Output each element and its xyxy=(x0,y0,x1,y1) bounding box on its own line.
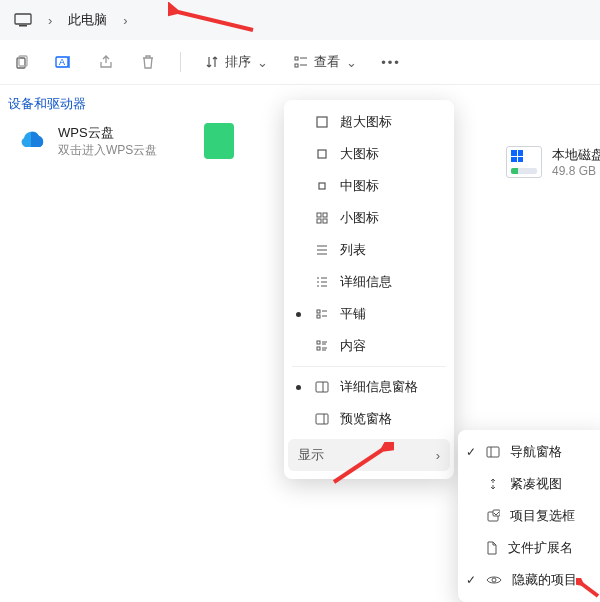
view-content[interactable]: 内容 xyxy=(284,330,454,362)
svg-rect-13 xyxy=(319,183,325,189)
preview-pane[interactable]: 预览窗格 xyxy=(284,403,454,435)
sort-dropdown[interactable]: 排序 ⌄ xyxy=(199,49,274,75)
large-icon xyxy=(314,147,330,161)
separator xyxy=(180,52,181,72)
small-icon xyxy=(314,211,330,225)
svg-rect-8 xyxy=(295,64,298,67)
content-icon xyxy=(314,339,330,353)
svg-rect-27 xyxy=(317,310,320,313)
copy-icon[interactable] xyxy=(8,48,36,76)
svg-rect-29 xyxy=(317,315,320,318)
svg-rect-34 xyxy=(317,347,320,350)
checkbox-icon xyxy=(486,509,500,523)
delete-icon[interactable] xyxy=(134,48,162,76)
drive-title: WPS云盘 xyxy=(58,124,157,142)
extra-large-icon xyxy=(314,115,330,129)
sort-icon xyxy=(205,55,219,69)
view-small[interactable]: 小图标 xyxy=(284,202,454,234)
list-icon xyxy=(314,243,330,257)
chevron-down-icon: ⌄ xyxy=(257,55,268,70)
view-menu: 超大图标 大图标 中图标 小图标 列表 详细信息 平铺 内容 详细信息窗格 预览… xyxy=(284,100,454,479)
drive-partial[interactable] xyxy=(204,123,244,159)
check-icon: ✓ xyxy=(466,573,476,587)
chevron-right-icon: › xyxy=(436,448,440,463)
item-checkboxes[interactable]: 项目复选框 xyxy=(458,500,600,532)
compact-icon xyxy=(486,477,500,491)
nav-pane[interactable]: ✓导航窗格 xyxy=(458,436,600,468)
details-pane-icon xyxy=(314,381,330,393)
show-label: 显示 xyxy=(298,446,324,464)
svg-rect-1 xyxy=(19,25,27,27)
svg-point-45 xyxy=(492,578,496,582)
svg-rect-7 xyxy=(295,57,298,60)
hidden-items[interactable]: ✓隐藏的项目 xyxy=(458,564,600,596)
share-icon[interactable] xyxy=(92,48,120,76)
toolbar: A 排序 ⌄ 查看 ⌄ ••• xyxy=(0,40,600,85)
view-details[interactable]: 详细信息 xyxy=(284,266,454,298)
preview-pane-icon xyxy=(314,413,330,425)
chevron-down-icon: ⌄ xyxy=(346,55,357,70)
drive-local[interactable]: 本地磁盘 49.8 GB xyxy=(506,146,600,178)
green-tile-icon xyxy=(204,123,234,159)
svg-rect-16 xyxy=(317,219,321,223)
tiles-icon xyxy=(314,307,330,321)
eye-icon xyxy=(486,574,502,586)
view-extra-large[interactable]: 超大图标 xyxy=(284,106,454,138)
cloud-icon xyxy=(14,127,48,155)
drive-sub: 49.8 GB xyxy=(552,164,600,178)
svg-rect-39 xyxy=(316,414,328,424)
view-label: 查看 xyxy=(314,53,340,71)
details-pane[interactable]: 详细信息窗格 xyxy=(284,371,454,403)
svg-rect-41 xyxy=(487,447,499,457)
selected-dot xyxy=(296,385,301,390)
view-large[interactable]: 大图标 xyxy=(284,138,454,170)
breadcrumb[interactable]: › 此电脑 › xyxy=(0,0,600,40)
drive-sub: 双击进入WPS云盘 xyxy=(58,142,157,159)
drive-wps[interactable]: WPS云盘 双击进入WPS云盘 xyxy=(14,123,184,159)
view-tiles[interactable]: 平铺 xyxy=(284,298,454,330)
rename-icon[interactable]: A xyxy=(50,48,78,76)
show-submenu[interactable]: 显示 › xyxy=(288,439,450,471)
medium-icon xyxy=(314,179,330,193)
svg-rect-17 xyxy=(323,219,327,223)
breadcrumb-this-pc[interactable]: 此电脑 xyxy=(60,7,115,33)
svg-rect-15 xyxy=(323,213,327,217)
svg-rect-37 xyxy=(316,382,328,392)
drive-title: 本地磁盘 xyxy=(552,146,600,164)
view-icon xyxy=(294,55,308,69)
selected-dot xyxy=(296,312,301,317)
nav-pane-icon xyxy=(486,446,500,458)
file-extensions[interactable]: 文件扩展名 xyxy=(458,532,600,564)
details-icon xyxy=(314,275,330,289)
pc-icon[interactable] xyxy=(6,9,40,31)
svg-rect-0 xyxy=(15,14,31,24)
compact-view[interactable]: 紧凑视图 xyxy=(458,468,600,500)
svg-rect-12 xyxy=(318,150,326,158)
file-icon xyxy=(486,541,498,555)
sort-label: 排序 xyxy=(225,53,251,71)
svg-rect-11 xyxy=(317,117,327,127)
view-dropdown[interactable]: 查看 ⌄ xyxy=(288,49,363,75)
drive-icon xyxy=(506,146,542,178)
svg-text:A: A xyxy=(59,57,65,67)
more-icon[interactable]: ••• xyxy=(377,48,405,76)
chevron-right-icon[interactable]: › xyxy=(40,9,60,32)
chevron-right-icon[interactable]: › xyxy=(115,9,135,32)
separator xyxy=(292,366,446,367)
svg-rect-14 xyxy=(317,213,321,217)
view-list[interactable]: 列表 xyxy=(284,234,454,266)
show-menu: ✓导航窗格 紧凑视图 项目复选框 文件扩展名 ✓隐藏的项目 xyxy=(458,430,600,602)
check-icon: ✓ xyxy=(466,445,476,459)
view-medium[interactable]: 中图标 xyxy=(284,170,454,202)
svg-rect-31 xyxy=(317,341,320,344)
